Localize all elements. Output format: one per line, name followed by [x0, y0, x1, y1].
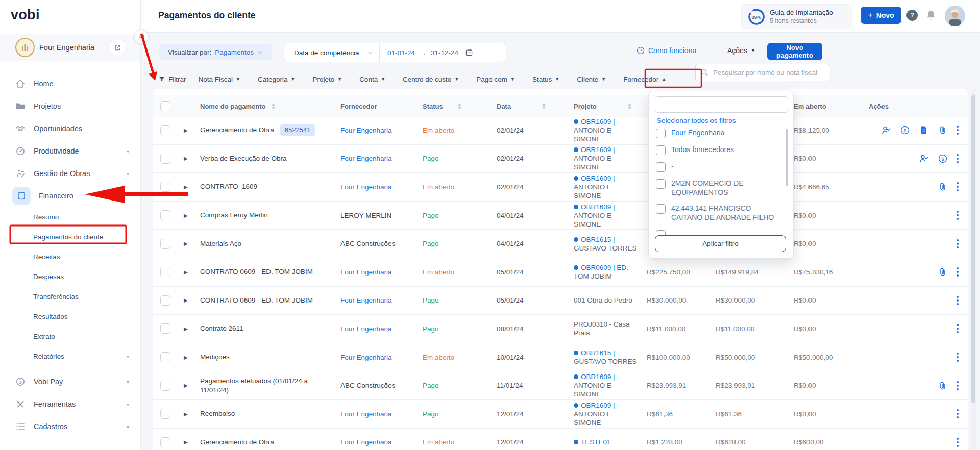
supplier-cell[interactable]: Four Engenharia [340, 173, 414, 201]
kebab-menu-icon[interactable] [957, 154, 959, 163]
filter-dropdown[interactable]: Projeto ▼ [312, 76, 342, 83]
select-all-filters-link[interactable]: Selecionar todos os filtros [657, 117, 736, 124]
expand-row-button[interactable]: ▶ [184, 287, 188, 315]
filter-dropdown-fornecedor-active[interactable]: Fornecedor ▲ [623, 76, 666, 83]
supplier-cell[interactable]: LEROY MERLIN [340, 202, 414, 230]
supplier-option[interactable]: - [656, 162, 778, 172]
supplier-cell[interactable]: ABC Construções [340, 371, 414, 399]
column-header-supplier[interactable]: Fornecedor [340, 95, 377, 117]
filter-dropdown[interactable]: Cliente ▼ [577, 76, 606, 83]
supplier-option[interactable]: Four Engenharia [656, 128, 778, 138]
sidebar-item-financeiro[interactable]: Financeiro [0, 185, 140, 207]
kebab-menu-icon[interactable] [957, 211, 959, 220]
kebab-menu-icon[interactable] [957, 353, 959, 362]
supplier-search-input[interactable] [655, 96, 788, 113]
kebab-menu-icon[interactable] [957, 296, 959, 305]
column-header-status[interactable]: Status [423, 95, 462, 117]
project-cell[interactable]: OBR1615 | GUSTAVO TORRES [574, 230, 638, 258]
option-checkbox[interactable] [656, 204, 666, 214]
expand-row-button[interactable]: ▶ [184, 371, 188, 399]
row-checkbox[interactable] [160, 343, 170, 371]
payment-dollar-icon[interactable]: $ [900, 125, 910, 135]
payment-name-cell[interactable]: Pagamentos efetuados (01/01/24 a 11/01/2… [200, 371, 335, 399]
help-button[interactable]: ? [906, 10, 918, 21]
project-cell[interactable]: PROJ0310 - Casa Praia [574, 315, 638, 343]
project-cell[interactable]: OBR1609 | ANTONIO E SIMONE [574, 371, 638, 399]
project-cell[interactable]: OBR0609 | ED. TOM JOBIM [574, 258, 638, 286]
expand-row-button[interactable]: ▶ [184, 116, 188, 144]
sidebar-subitem[interactable]: Resumo ▾ [0, 207, 140, 227]
user-avatar[interactable] [945, 6, 965, 26]
filter-dropdown[interactable]: Categoria ▼ [258, 76, 295, 83]
kebab-menu-icon[interactable] [957, 267, 959, 277]
payment-name-cell[interactable]: CONTRATO 0609 - ED. TOM JOBIM [200, 258, 335, 286]
sidebar-subitem[interactable]: Resultados ▾ [0, 307, 140, 327]
notifications-bell-icon[interactable] [925, 10, 937, 22]
payment-name-cell[interactable]: Gerenciamento de Obra [200, 429, 335, 450]
expand-row-button[interactable]: ▶ [184, 202, 188, 230]
sidebar-item-cadastros[interactable]: Cadastros ▾ [0, 415, 140, 438]
kebab-menu-icon[interactable] [957, 239, 959, 248]
kebab-menu-icon[interactable] [957, 409, 959, 418]
column-header-name[interactable]: Nome do pagamento [200, 95, 276, 117]
kebab-menu-icon[interactable] [957, 438, 959, 447]
payment-name-cell[interactable]: Materiais Aço [200, 230, 335, 258]
new-button[interactable]: + Novo [861, 7, 901, 24]
payment-name-cell[interactable]: CONTRATO 0609 - ED. TOM JOBIM [200, 287, 335, 315]
sidebar-subitem[interactable]: Receitas ▾ [0, 247, 140, 267]
project-cell[interactable]: TESTE01 [574, 429, 638, 450]
sidebar-item-vobi-pay[interactable]: $ Vobi Pay ▾ [0, 370, 140, 393]
row-checkbox[interactable] [160, 429, 170, 450]
sidebar-subitem[interactable]: Extrato ▾ [0, 327, 140, 346]
payment-name-cell[interactable]: Compras Leroy Merlin [200, 202, 335, 230]
apply-filter-button[interactable]: Aplicar filtro [655, 235, 786, 252]
date-type-select[interactable]: Data de competência [284, 49, 379, 57]
option-checkbox[interactable] [656, 162, 666, 172]
row-checkbox[interactable] [160, 145, 170, 173]
payment-dollar-icon[interactable]: $ [938, 154, 948, 164]
project-cell[interactable]: 001 Obra do Pedro [574, 287, 638, 315]
sidebar-subitem[interactable]: Pagamentos do cliente ▾ [0, 227, 140, 247]
assign-user-icon[interactable] [919, 154, 929, 164]
sort-icon[interactable] [271, 103, 276, 110]
select-all-checkbox[interactable] [160, 95, 170, 117]
supplier-option[interactable]: Todos fornecedores [656, 145, 778, 155]
kebab-menu-icon[interactable] [957, 381, 959, 390]
row-checkbox[interactable] [160, 258, 170, 286]
expand-row-button[interactable]: ▶ [184, 173, 188, 201]
sidebar-item-projetos[interactable]: Projetos [0, 95, 140, 117]
row-checkbox[interactable] [160, 400, 170, 428]
project-cell[interactable]: OBR1609 | ANTONIO E SIMONE [574, 145, 638, 173]
payment-name-cell[interactable]: Contrato 2611 [200, 315, 335, 343]
expand-row-button[interactable]: ▶ [184, 400, 188, 428]
search-input[interactable] [712, 68, 821, 77]
expand-row-button[interactable]: ▶ [184, 315, 188, 343]
payment-name-cell[interactable]: CONTRATO_1609 [200, 173, 335, 201]
sidebar-subitem[interactable]: Transferências ▾ [0, 287, 140, 307]
attachment-paperclip-icon[interactable] [938, 182, 948, 192]
payment-name-cell[interactable]: Gerenciamento de Obra6522541 [200, 116, 335, 144]
supplier-cell[interactable]: Four Engenharia [340, 343, 414, 371]
sidebar-collapse-button[interactable] [134, 30, 149, 44]
row-checkbox[interactable] [160, 230, 170, 258]
sidebar-item-ferramentas[interactable]: Ferramentas ▾ [0, 393, 140, 415]
sort-icon[interactable] [457, 103, 462, 110]
sidebar-item-home[interactable]: Home [0, 72, 140, 95]
column-header-project[interactable]: Projeto [574, 95, 632, 117]
sort-icon[interactable] [627, 103, 632, 110]
date-range[interactable]: 01-01-24 → 31-12-24 [380, 48, 473, 57]
kebab-menu-icon[interactable] [957, 324, 959, 333]
expand-row-button[interactable]: ▶ [184, 429, 188, 450]
column-header-date[interactable]: Data [497, 95, 546, 117]
filter-dropdown[interactable]: Conta ▼ [359, 76, 385, 83]
supplier-option[interactable]: 42.443.141 FRANCISCO CAITANO DE ANDRADE … [656, 204, 778, 222]
open-external-button[interactable] [110, 40, 125, 55]
sidebar-subitem[interactable]: Despesas ▾ [0, 267, 140, 287]
row-checkbox[interactable] [160, 116, 170, 144]
scrollbar-thumb[interactable] [971, 95, 975, 403]
project-cell[interactable]: OBR1609 | ANTONIO E SIMONE [574, 202, 638, 230]
filter-dropdown[interactable]: Status ▼ [532, 76, 559, 83]
project-cell[interactable]: OBR1615 | GUSTAVO TORRES [574, 343, 638, 371]
attachment-paperclip-icon[interactable] [938, 267, 948, 277]
new-payment-button[interactable]: Novo pagamento [767, 43, 822, 60]
